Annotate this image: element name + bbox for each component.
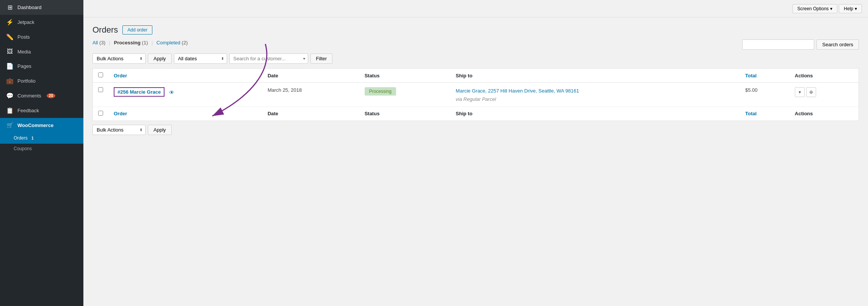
- table-header-row: Order Date Status Ship to Total Actions: [93, 69, 859, 83]
- search-orders-button[interactable]: Search orders: [816, 39, 859, 50]
- sidebar-item-label: Feedback: [17, 108, 39, 113]
- footer-ship-to-col: Ship to: [450, 107, 740, 121]
- bottom-toolbar: Bulk Actions ⬍ Apply: [92, 121, 859, 137]
- bottom-bulk-actions-wrap: Bulk Actions ⬍: [92, 125, 146, 135]
- footer-status-col: Status: [359, 107, 451, 121]
- sidebar-item-jetpack[interactable]: ⚡ Jetpack: [0, 15, 83, 30]
- sidebar-item-coupons[interactable]: Coupons: [0, 144, 83, 154]
- table-footer-header-row: Order Date Status Ship to Total Actions: [93, 107, 859, 121]
- sidebar-item-feedback[interactable]: 📋 Feedback: [0, 103, 83, 118]
- footer-order-col[interactable]: Order: [108, 107, 262, 121]
- ship-via: via Regular Parcel: [456, 96, 735, 102]
- comments-badge: 20: [47, 93, 55, 98]
- comments-icon: 💬: [6, 92, 14, 99]
- sidebar-item-dashboard[interactable]: ⊞ Dashboard: [0, 0, 83, 15]
- feedback-icon: 📋: [6, 107, 14, 114]
- search-orders-area: Search orders: [742, 39, 859, 50]
- row-checkbox[interactable]: [98, 87, 103, 92]
- sidebar: ⊞ Dashboard ⚡ Jetpack ✏️ Posts 🖼 Media 📄…: [0, 0, 83, 306]
- status-badge: Processing: [365, 87, 396, 96]
- actions-cell: ▾ ⊕: [790, 83, 859, 107]
- sidebar-item-pages[interactable]: 📄 Pages: [0, 59, 83, 74]
- woocommerce-icon: 🛒: [6, 122, 14, 129]
- bottom-bulk-actions-select[interactable]: Bulk Actions: [92, 125, 146, 135]
- coupons-label: Coupons: [14, 146, 32, 151]
- ship-to-cell: Marcie Grace, 2257 Hill Haven Drive, Sea…: [450, 83, 740, 107]
- add-order-button[interactable]: Add order: [122, 25, 152, 35]
- filter-processing[interactable]: Processing: [114, 40, 141, 46]
- date-cell: March 25, 2018: [262, 83, 359, 107]
- table-row: #256 Marcie Grace 👁 March 25, 2018 Proce…: [93, 83, 859, 107]
- filter-all[interactable]: All: [92, 40, 98, 46]
- top-toolbar: Bulk Actions ⬍ Apply All dates ⬍ ▾ Filte…: [92, 53, 859, 64]
- order-cell: #256 Marcie Grace 👁: [108, 83, 262, 107]
- actions-buttons: ▾ ⊕: [795, 87, 853, 97]
- help-button[interactable]: Help ▾: [839, 4, 862, 13]
- sidebar-item-label: Media: [17, 49, 31, 55]
- dates-wrap: All dates ⬍: [174, 53, 227, 64]
- screen-options-button[interactable]: Screen Options ▾: [793, 4, 838, 13]
- footer-total-col[interactable]: Total: [740, 107, 790, 121]
- posts-icon: ✏️: [6, 33, 14, 41]
- help-chevron-icon: ▾: [855, 6, 857, 11]
- orders-table: Order Date Status Ship to Total Actions …: [92, 68, 859, 121]
- order-link[interactable]: #256 Marcie Grace: [114, 87, 165, 97]
- actions-col-header: Actions: [790, 69, 859, 83]
- total-col-header[interactable]: Total: [740, 69, 790, 83]
- sidebar-item-label: Comments: [17, 93, 41, 99]
- sidebar-item-label: Pages: [17, 63, 31, 69]
- apply-button-top[interactable]: Apply: [148, 53, 172, 64]
- select-all-col: [93, 69, 109, 83]
- sidebar-item-media[interactable]: 🖼 Media: [0, 44, 83, 59]
- page-title: Orders: [92, 25, 118, 35]
- sidebar-item-label: Dashboard: [17, 5, 42, 10]
- date-col-header: Date: [262, 69, 359, 83]
- screen-options-chevron-icon: ▾: [830, 6, 832, 11]
- bottom-apply-button[interactable]: Apply: [148, 125, 172, 135]
- filter-completed-count: (2): [182, 40, 188, 46]
- media-icon: 🖼: [6, 48, 14, 55]
- page-title-row: Orders Add order: [92, 25, 859, 35]
- bulk-actions-select[interactable]: Bulk Actions: [92, 53, 146, 64]
- sidebar-item-orders[interactable]: Orders 1: [0, 132, 83, 144]
- order-col-header[interactable]: Order: [108, 69, 262, 83]
- sidebar-item-posts[interactable]: ✏️ Posts: [0, 30, 83, 44]
- customer-search-input[interactable]: [229, 53, 308, 64]
- total-cell: $5.00: [740, 83, 790, 107]
- jetpack-icon: ⚡: [6, 19, 14, 26]
- sidebar-item-label: WooCommerce: [17, 122, 53, 128]
- sidebar-item-label: Jetpack: [17, 19, 34, 25]
- help-label: Help: [844, 6, 853, 11]
- sidebar-item-comments[interactable]: 💬 Comments 20: [0, 88, 83, 103]
- status-cell: Processing: [359, 83, 451, 107]
- filter-button[interactable]: Filter: [310, 53, 333, 64]
- select-all-checkbox[interactable]: [98, 72, 103, 77]
- search-orders-input[interactable]: [742, 39, 814, 50]
- content-area: Orders Add order All (3) | Processing (1…: [83, 17, 868, 306]
- action-dropdown-btn[interactable]: ▾: [795, 87, 805, 97]
- dates-select[interactable]: All dates: [174, 53, 227, 64]
- bulk-actions-wrap: Bulk Actions ⬍: [92, 53, 146, 64]
- action-add-btn[interactable]: ⊕: [806, 87, 816, 97]
- filter-completed[interactable]: Completed: [157, 40, 180, 46]
- sidebar-item-label: Portfolio: [17, 78, 36, 84]
- sidebar-item-portfolio[interactable]: 💼 Portfolio: [0, 74, 83, 88]
- dashboard-icon: ⊞: [6, 4, 14, 11]
- filter-all-count: (3): [99, 40, 105, 46]
- topbar: Screen Options ▾ Help ▾: [83, 0, 868, 17]
- orders-label: Orders: [14, 135, 28, 141]
- footer-select-all-checkbox[interactable]: [98, 111, 103, 116]
- customer-search-wrap: ▾: [229, 53, 308, 64]
- pages-icon: 📄: [6, 63, 14, 70]
- filter-tabs: All (3) | Processing (1) | Completed (2): [92, 40, 188, 46]
- screen-options-label: Screen Options: [797, 6, 829, 11]
- sidebar-item-woocommerce[interactable]: 🛒 WooCommerce: [0, 118, 83, 132]
- footer-date-col: Date: [262, 107, 359, 121]
- eye-icon: 👁: [169, 89, 174, 96]
- row-checkbox-cell: [93, 83, 109, 107]
- orders-badge: 1: [29, 135, 36, 141]
- status-col-header: Status: [359, 69, 451, 83]
- footer-actions-col: Actions: [790, 107, 859, 121]
- filter-processing-count: (1): [142, 40, 148, 46]
- ship-to-col-header: Ship to: [450, 69, 740, 83]
